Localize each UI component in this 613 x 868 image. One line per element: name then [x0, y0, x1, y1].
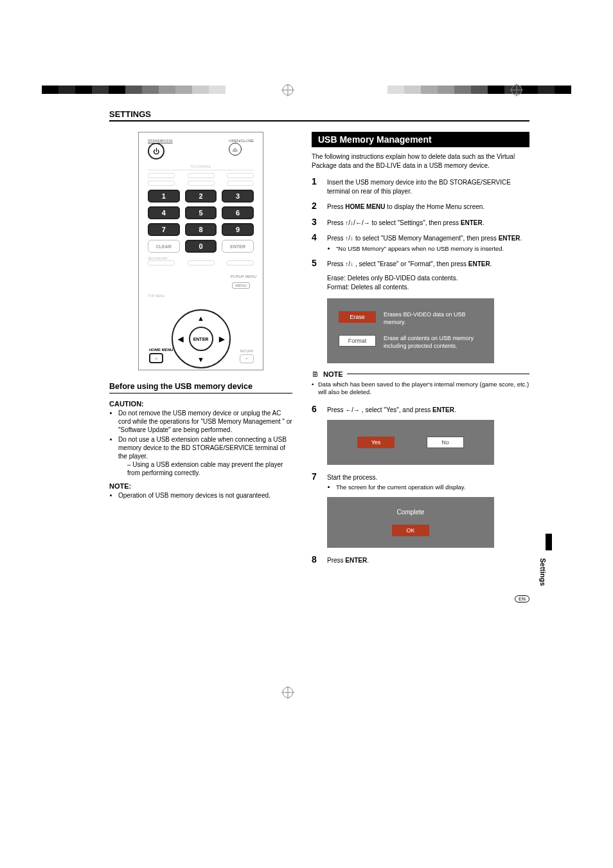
step-number: 7: [312, 471, 327, 482]
note-label: NOTE: [323, 370, 343, 378]
openclose-label: OPEN/CLOSE: [229, 139, 254, 143]
key-8: 8: [185, 223, 217, 236]
no-button: No: [427, 437, 464, 448]
key-3: 3: [222, 190, 254, 203]
keypad: 1 2 3 4 5 6 7 8 9 CLEAR 0 ENTER: [148, 190, 254, 253]
standby-label: STANDBY/ON: [148, 139, 173, 143]
step-number: 5: [312, 258, 327, 268]
return-icon: ↶: [245, 357, 248, 361]
step-sub: The screen for the current operation wil…: [336, 484, 466, 492]
registration-mark-icon: [281, 84, 294, 96]
erase-button: Erase: [339, 311, 376, 323]
ui-panel-erase-format: Erase Erases BD-VIDEO data on USB memory…: [327, 298, 494, 363]
color-bars-left: [42, 86, 226, 94]
registration-mark-icon: [510, 84, 523, 96]
key-4: 4: [148, 206, 180, 219]
arrows-icon: ↑/↓/←/→: [345, 219, 369, 226]
complete-label: Complete: [339, 509, 483, 516]
remote-diagram: STANDBY/ON ⏻ OPEN/CLOSE ⏏ TV CONTROL 1 2…: [138, 132, 263, 370]
left-subhead: Before using the USB memory device: [109, 382, 292, 393]
side-tab: Settings: [537, 554, 549, 590]
step-text: Press ↑/↓ to select "USB Memory Manageme…: [327, 234, 522, 253]
key-2: 2: [185, 190, 217, 203]
arrows-icon: ←/→: [345, 406, 360, 413]
top-menu-label: TOP MENU: [148, 294, 164, 298]
arrow-up-icon: ▲: [197, 314, 204, 322]
step-text: Press ENTER.: [327, 556, 369, 565]
power-button-icon: ⏻: [148, 143, 164, 159]
arrow-left-icon: ◀: [178, 335, 183, 343]
key-7: 7: [148, 223, 180, 236]
page-footer: EN: [515, 595, 529, 602]
right-title: USB Memory Management: [312, 132, 529, 147]
step-text: Press HOME MENU to display the Home Menu…: [327, 203, 484, 212]
intro-text: The following instructions explain how t…: [312, 152, 529, 170]
key-1: 1: [148, 190, 180, 203]
arrow-right-icon: ▶: [219, 335, 224, 343]
home-icon: ⌂: [155, 356, 157, 360]
eject-button-icon: ⏏: [229, 143, 242, 156]
printer-marks-top: [0, 64, 613, 96]
key-0: 0: [185, 240, 217, 253]
color-bars-right: [387, 86, 571, 94]
printer-marks-bottom: [0, 667, 613, 699]
key-9: 9: [222, 223, 254, 236]
caution-item: Do not use a USB extension cable when co…: [118, 435, 292, 477]
erase-format-desc: Erase: Deletes only BD-VIDEO data conten…: [327, 274, 529, 292]
popup-menu-label: POPUP MENU: [231, 275, 256, 278]
key-6: 6: [222, 206, 254, 219]
step-text: Press ↑/↓ , select "Erase" or "Format", …: [327, 260, 492, 269]
arrow-down-icon: ▼: [197, 356, 204, 363]
return-button: RETURN ↶: [240, 349, 254, 363]
caution-heading: CAUTION:: [109, 400, 292, 408]
step-number: 4: [312, 232, 327, 242]
caution-subitem: Using a USB extension cable may prevent …: [127, 460, 292, 477]
step-text: Press ←/→ , select "Yes", and press ENTE…: [327, 406, 456, 415]
note-list: Operation of USB memory devices is not g…: [109, 491, 292, 500]
dpad: ▲ ▼ ◀ ▶ ENTER: [172, 309, 231, 368]
arrows-icon: ↑/↓: [345, 235, 353, 242]
step-number: 6: [312, 404, 327, 414]
step-sub: "No USB Memory" appears when no USB memo…: [336, 245, 522, 253]
step-number: 3: [312, 217, 327, 227]
side-tab-marker: [546, 534, 552, 550]
key-enter: ENTER: [222, 240, 254, 253]
menu-button: MENU: [232, 282, 250, 289]
step-text: Press ↑/↓/←/→ to select "Settings", then…: [327, 219, 484, 228]
note-heading: NOTE:: [109, 482, 292, 490]
registration-mark-icon: [281, 686, 294, 699]
yes-button: Yes: [357, 437, 395, 448]
erase-desc: Erases BD-VIDEO data on USB memory.: [384, 311, 483, 326]
step-text: Insert the USB memory device into the BD…: [327, 178, 529, 195]
language-badge: EN: [515, 595, 529, 602]
section-header: SETTINGS: [109, 109, 529, 122]
divider: [347, 374, 529, 374]
key-clear: CLEAR: [148, 240, 180, 253]
format-button: Format: [339, 335, 376, 347]
dpad-enter: ENTER: [189, 327, 213, 351]
ui-panel-complete: Complete OK: [327, 497, 494, 548]
note-body: Data which has been saved to the player'…: [312, 381, 529, 397]
step-text: Start the process. The screen for the cu…: [327, 473, 466, 492]
arrows-icon: ↑/↓: [345, 260, 353, 267]
note-item: Operation of USB memory devices is not g…: [118, 491, 292, 500]
home-menu-button: HOME MENU ⌂: [149, 348, 173, 363]
note-icon: 🗎: [312, 370, 319, 379]
key-5: 5: [185, 206, 217, 219]
caution-list: Do not remove the USB memory device or u…: [109, 409, 292, 477]
ui-panel-yesno: Yes No: [327, 420, 494, 465]
ok-button: OK: [392, 525, 429, 536]
step-number: 1: [312, 176, 327, 186]
tv-control-label: TV CONTROL: [148, 165, 254, 170]
format-desc: Erase all contents on USB memory includi…: [384, 335, 483, 350]
caution-item: Do not remove the USB memory device or u…: [118, 409, 292, 434]
step-number: 2: [312, 201, 327, 211]
step-number: 8: [312, 554, 327, 565]
